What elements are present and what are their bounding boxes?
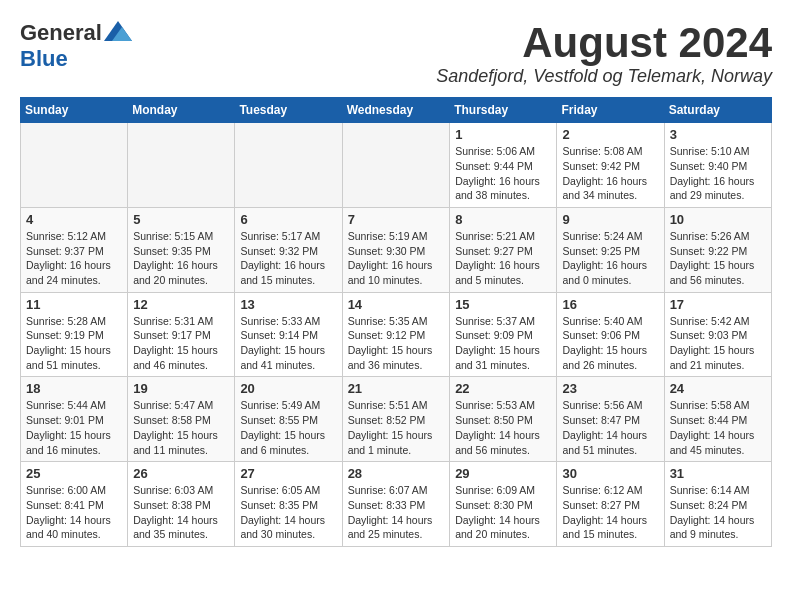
- calendar-week-row: 25Sunrise: 6:00 AMSunset: 8:41 PMDayligh…: [21, 462, 772, 547]
- weekday-header-tuesday: Tuesday: [235, 98, 342, 123]
- day-number: 5: [133, 212, 229, 227]
- calendar-cell: 7Sunrise: 5:19 AMSunset: 9:30 PMDaylight…: [342, 207, 450, 292]
- calendar-cell: 16Sunrise: 5:40 AMSunset: 9:06 PMDayligh…: [557, 292, 664, 377]
- day-info: Sunrise: 5:24 AMSunset: 9:25 PMDaylight:…: [562, 229, 658, 288]
- calendar-cell: 10Sunrise: 5:26 AMSunset: 9:22 PMDayligh…: [664, 207, 771, 292]
- day-info: Sunrise: 5:58 AMSunset: 8:44 PMDaylight:…: [670, 398, 766, 457]
- calendar-week-row: 18Sunrise: 5:44 AMSunset: 9:01 PMDayligh…: [21, 377, 772, 462]
- day-info: Sunrise: 5:12 AMSunset: 9:37 PMDaylight:…: [26, 229, 122, 288]
- day-info: Sunrise: 5:28 AMSunset: 9:19 PMDaylight:…: [26, 314, 122, 373]
- page-header: General Blue August 2024 Sandefjord, Ves…: [20, 20, 772, 87]
- day-number: 24: [670, 381, 766, 396]
- day-info: Sunrise: 5:08 AMSunset: 9:42 PMDaylight:…: [562, 144, 658, 203]
- weekday-header-monday: Monday: [128, 98, 235, 123]
- calendar-cell: [235, 123, 342, 208]
- calendar-table: SundayMondayTuesdayWednesdayThursdayFrid…: [20, 97, 772, 547]
- title-section: August 2024 Sandefjord, Vestfold og Tele…: [436, 20, 772, 87]
- day-number: 15: [455, 297, 551, 312]
- weekday-header-thursday: Thursday: [450, 98, 557, 123]
- day-number: 19: [133, 381, 229, 396]
- weekday-header-sunday: Sunday: [21, 98, 128, 123]
- day-info: Sunrise: 5:21 AMSunset: 9:27 PMDaylight:…: [455, 229, 551, 288]
- day-number: 27: [240, 466, 336, 481]
- day-number: 1: [455, 127, 551, 142]
- calendar-cell: 20Sunrise: 5:49 AMSunset: 8:55 PMDayligh…: [235, 377, 342, 462]
- calendar-cell: [342, 123, 450, 208]
- weekday-header-saturday: Saturday: [664, 98, 771, 123]
- calendar-cell: 21Sunrise: 5:51 AMSunset: 8:52 PMDayligh…: [342, 377, 450, 462]
- day-number: 8: [455, 212, 551, 227]
- calendar-cell: 22Sunrise: 5:53 AMSunset: 8:50 PMDayligh…: [450, 377, 557, 462]
- location-subtitle: Sandefjord, Vestfold og Telemark, Norway: [436, 66, 772, 87]
- calendar-cell: [128, 123, 235, 208]
- day-number: 3: [670, 127, 766, 142]
- calendar-cell: 14Sunrise: 5:35 AMSunset: 9:12 PMDayligh…: [342, 292, 450, 377]
- calendar-cell: 4Sunrise: 5:12 AMSunset: 9:37 PMDaylight…: [21, 207, 128, 292]
- day-number: 22: [455, 381, 551, 396]
- day-info: Sunrise: 5:35 AMSunset: 9:12 PMDaylight:…: [348, 314, 445, 373]
- day-number: 12: [133, 297, 229, 312]
- day-number: 2: [562, 127, 658, 142]
- day-info: Sunrise: 6:05 AMSunset: 8:35 PMDaylight:…: [240, 483, 336, 542]
- day-info: Sunrise: 6:09 AMSunset: 8:30 PMDaylight:…: [455, 483, 551, 542]
- day-info: Sunrise: 5:51 AMSunset: 8:52 PMDaylight:…: [348, 398, 445, 457]
- calendar-cell: 18Sunrise: 5:44 AMSunset: 9:01 PMDayligh…: [21, 377, 128, 462]
- calendar-week-row: 11Sunrise: 5:28 AMSunset: 9:19 PMDayligh…: [21, 292, 772, 377]
- day-number: 13: [240, 297, 336, 312]
- day-info: Sunrise: 5:19 AMSunset: 9:30 PMDaylight:…: [348, 229, 445, 288]
- calendar-cell: 15Sunrise: 5:37 AMSunset: 9:09 PMDayligh…: [450, 292, 557, 377]
- day-info: Sunrise: 5:56 AMSunset: 8:47 PMDaylight:…: [562, 398, 658, 457]
- calendar-cell: 26Sunrise: 6:03 AMSunset: 8:38 PMDayligh…: [128, 462, 235, 547]
- calendar-cell: 12Sunrise: 5:31 AMSunset: 9:17 PMDayligh…: [128, 292, 235, 377]
- day-number: 30: [562, 466, 658, 481]
- calendar-cell: 31Sunrise: 6:14 AMSunset: 8:24 PMDayligh…: [664, 462, 771, 547]
- day-info: Sunrise: 5:42 AMSunset: 9:03 PMDaylight:…: [670, 314, 766, 373]
- calendar-cell: 29Sunrise: 6:09 AMSunset: 8:30 PMDayligh…: [450, 462, 557, 547]
- day-info: Sunrise: 5:15 AMSunset: 9:35 PMDaylight:…: [133, 229, 229, 288]
- day-info: Sunrise: 5:37 AMSunset: 9:09 PMDaylight:…: [455, 314, 551, 373]
- day-number: 29: [455, 466, 551, 481]
- day-info: Sunrise: 5:10 AMSunset: 9:40 PMDaylight:…: [670, 144, 766, 203]
- day-info: Sunrise: 6:00 AMSunset: 8:41 PMDaylight:…: [26, 483, 122, 542]
- day-number: 14: [348, 297, 445, 312]
- calendar-cell: 25Sunrise: 6:00 AMSunset: 8:41 PMDayligh…: [21, 462, 128, 547]
- day-info: Sunrise: 5:17 AMSunset: 9:32 PMDaylight:…: [240, 229, 336, 288]
- day-info: Sunrise: 5:26 AMSunset: 9:22 PMDaylight:…: [670, 229, 766, 288]
- day-number: 9: [562, 212, 658, 227]
- logo-icon: [104, 21, 132, 41]
- day-number: 18: [26, 381, 122, 396]
- day-number: 28: [348, 466, 445, 481]
- weekday-header-friday: Friday: [557, 98, 664, 123]
- day-number: 17: [670, 297, 766, 312]
- day-number: 16: [562, 297, 658, 312]
- day-number: 31: [670, 466, 766, 481]
- day-number: 21: [348, 381, 445, 396]
- calendar-week-row: 1Sunrise: 5:06 AMSunset: 9:44 PMDaylight…: [21, 123, 772, 208]
- day-number: 6: [240, 212, 336, 227]
- calendar-cell: 28Sunrise: 6:07 AMSunset: 8:33 PMDayligh…: [342, 462, 450, 547]
- day-number: 7: [348, 212, 445, 227]
- calendar-cell: 17Sunrise: 5:42 AMSunset: 9:03 PMDayligh…: [664, 292, 771, 377]
- calendar-cell: 6Sunrise: 5:17 AMSunset: 9:32 PMDaylight…: [235, 207, 342, 292]
- calendar-cell: 24Sunrise: 5:58 AMSunset: 8:44 PMDayligh…: [664, 377, 771, 462]
- day-info: Sunrise: 5:33 AMSunset: 9:14 PMDaylight:…: [240, 314, 336, 373]
- calendar-cell: 5Sunrise: 5:15 AMSunset: 9:35 PMDaylight…: [128, 207, 235, 292]
- logo: General Blue: [20, 20, 132, 72]
- day-info: Sunrise: 5:06 AMSunset: 9:44 PMDaylight:…: [455, 144, 551, 203]
- logo-blue: Blue: [20, 46, 68, 72]
- day-number: 26: [133, 466, 229, 481]
- day-info: Sunrise: 6:03 AMSunset: 8:38 PMDaylight:…: [133, 483, 229, 542]
- day-info: Sunrise: 5:47 AMSunset: 8:58 PMDaylight:…: [133, 398, 229, 457]
- day-info: Sunrise: 6:07 AMSunset: 8:33 PMDaylight:…: [348, 483, 445, 542]
- calendar-cell: 1Sunrise: 5:06 AMSunset: 9:44 PMDaylight…: [450, 123, 557, 208]
- day-number: 23: [562, 381, 658, 396]
- calendar-cell: [21, 123, 128, 208]
- day-info: Sunrise: 6:12 AMSunset: 8:27 PMDaylight:…: [562, 483, 658, 542]
- day-info: Sunrise: 5:49 AMSunset: 8:55 PMDaylight:…: [240, 398, 336, 457]
- month-year-title: August 2024: [436, 20, 772, 66]
- day-number: 25: [26, 466, 122, 481]
- day-info: Sunrise: 6:14 AMSunset: 8:24 PMDaylight:…: [670, 483, 766, 542]
- calendar-cell: 23Sunrise: 5:56 AMSunset: 8:47 PMDayligh…: [557, 377, 664, 462]
- calendar-cell: 19Sunrise: 5:47 AMSunset: 8:58 PMDayligh…: [128, 377, 235, 462]
- weekday-header-wednesday: Wednesday: [342, 98, 450, 123]
